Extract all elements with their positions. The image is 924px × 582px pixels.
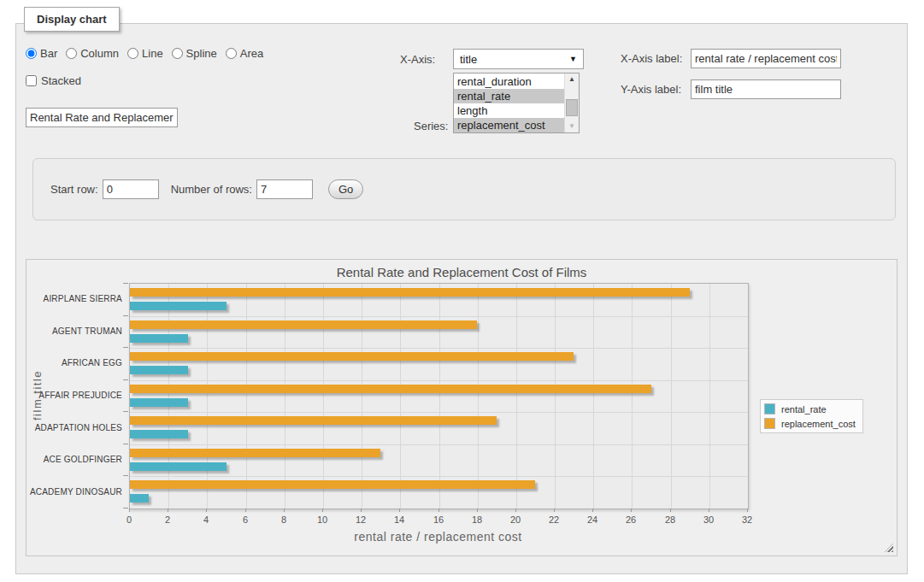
legend-swatch	[764, 418, 775, 429]
scrollbar-track[interactable]	[565, 85, 579, 121]
x-tick-label: 10	[317, 514, 327, 525]
gridline-vertical	[323, 284, 324, 509]
radio-column-input[interactable]	[66, 48, 77, 59]
series-option[interactable]: replacement_cost	[454, 118, 564, 132]
x-tick-mark	[592, 509, 593, 512]
x-axis-title: rental rate / replacement cost	[129, 530, 747, 544]
legend-item: rental_rate	[764, 403, 856, 414]
radio-bar[interactable]: Bar	[26, 47, 57, 60]
row-range-panel: Start row: Number of rows: Go	[32, 158, 896, 220]
bar-rental_rate[interactable]	[130, 494, 149, 503]
x-tick-label: 2	[165, 514, 170, 525]
x-tick-label: 28	[665, 514, 675, 525]
x-tick-mark	[709, 509, 709, 512]
series-listbox[interactable]: rental_duration rental_rate length repla…	[453, 73, 580, 133]
x-tick-label: 22	[549, 514, 559, 525]
x-tick-label: 20	[510, 514, 521, 525]
y-tick-label: ADAPTATION HOLES	[26, 411, 122, 444]
scrollbar-thumb[interactable]	[566, 99, 578, 115]
bar-rental_rate[interactable]	[130, 334, 188, 343]
stacked-label: Stacked	[41, 74, 81, 87]
radio-area-input[interactable]	[226, 48, 237, 59]
radio-column[interactable]: Column	[66, 47, 119, 60]
bar-rental_rate[interactable]	[130, 430, 188, 438]
x-axis-select-label: X-Axis:	[400, 53, 435, 66]
x-tick-mark	[515, 509, 516, 512]
gridline-vertical	[709, 284, 710, 509]
radio-area[interactable]: Area	[226, 47, 263, 60]
radio-line[interactable]: Line	[127, 47, 163, 60]
go-button[interactable]: Go	[328, 179, 363, 199]
x-axis-label-input[interactable]	[691, 49, 841, 68]
x-axis-label-label: X-Axis label:	[621, 52, 682, 65]
series-scrollbar[interactable]: ▲ ▼	[564, 73, 579, 132]
bar-replacement_cost[interactable]	[130, 352, 574, 361]
y-category-labels: AIRPLANE SIERRAAGENT TRUMANAFRICAN EGGAF…	[26, 283, 122, 508]
chart-title-input[interactable]	[26, 108, 178, 127]
series-label: Series:	[414, 120, 448, 132]
x-tick-label: 12	[356, 514, 366, 525]
gridline-vertical	[246, 284, 247, 509]
y-tick-mark	[123, 475, 128, 476]
y-tick-label: AIRPLANE SIERRA	[26, 283, 122, 315]
radio-spline[interactable]: Spline	[172, 47, 217, 60]
gridline-vertical	[478, 284, 479, 509]
resize-grip-icon[interactable]	[885, 544, 893, 552]
stacked-checkbox-row: Stacked	[26, 74, 81, 87]
x-tick-label: 32	[742, 514, 752, 525]
series-option[interactable]: rental_duration	[454, 74, 564, 89]
dropdown-arrow-icon: ▼	[569, 55, 577, 63]
radio-spline-input[interactable]	[172, 48, 183, 59]
y-tick-mark	[123, 444, 128, 444]
x-tick-mark	[206, 509, 207, 512]
x-tick-mark	[399, 509, 400, 512]
y-tick-mark	[123, 508, 128, 509]
num-rows-input[interactable]	[256, 179, 313, 199]
bar-rental_rate[interactable]	[130, 302, 227, 310]
y-tick-mark	[123, 347, 128, 348]
x-tick-label: 26	[626, 514, 636, 525]
x-tick-mark	[361, 509, 362, 512]
x-tick-mark	[631, 509, 632, 512]
x-tick-label: 30	[703, 514, 714, 525]
legend-label: rental_rate	[781, 404, 827, 414]
bar-replacement_cost[interactable]	[130, 416, 497, 425]
y-axis-label-input[interactable]	[691, 79, 841, 99]
series-option[interactable]: rental_rate	[454, 89, 564, 103]
radio-line-input[interactable]	[127, 48, 138, 59]
scroll-up-icon[interactable]: ▲	[565, 73, 579, 85]
gridline-vertical	[400, 284, 401, 509]
gridline-vertical	[555, 284, 556, 509]
display-chart-page: Display chart Bar Column Line Spline Are…	[0, 0, 924, 582]
bar-replacement_cost[interactable]	[130, 480, 535, 489]
bar-rental_rate[interactable]	[130, 366, 188, 374]
x-tick-label: 0	[127, 514, 132, 525]
y-tick-label: ACADEMY DINOSAUR	[26, 475, 122, 508]
y-tick-label: AFRICAN EGG	[26, 347, 122, 379]
stacked-checkbox[interactable]	[26, 75, 37, 86]
scroll-down-icon[interactable]: ▼	[565, 121, 579, 132]
num-rows-label: Number of rows:	[171, 183, 252, 196]
gridline-horizontal	[130, 412, 748, 413]
x-tick-mark	[168, 509, 168, 512]
x-tick-label: 24	[587, 514, 597, 525]
x-tick-mark	[284, 509, 285, 512]
bar-replacement_cost[interactable]	[130, 385, 651, 393]
bar-replacement_cost[interactable]	[130, 320, 477, 329]
legend-label: replacement_cost	[781, 419, 856, 429]
gridline-vertical	[439, 284, 440, 509]
bar-replacement_cost[interactable]	[130, 449, 380, 457]
start-row-input[interactable]	[103, 179, 159, 199]
x-tick-mark	[477, 509, 478, 512]
series-option[interactable]: length	[454, 103, 564, 118]
x-tick-mark	[670, 509, 671, 512]
x-tick-mark	[129, 509, 130, 512]
start-row-label: Start row:	[50, 183, 98, 196]
gridline-vertical	[516, 284, 517, 509]
radio-bar-input[interactable]	[26, 48, 37, 59]
series-options: rental_duration rental_rate length repla…	[454, 73, 564, 132]
bar-rental_rate[interactable]	[130, 398, 188, 407]
x-axis-select[interactable]: title ▼	[453, 49, 584, 69]
bar-rental_rate[interactable]	[130, 462, 227, 471]
bar-replacement_cost[interactable]	[130, 288, 690, 297]
